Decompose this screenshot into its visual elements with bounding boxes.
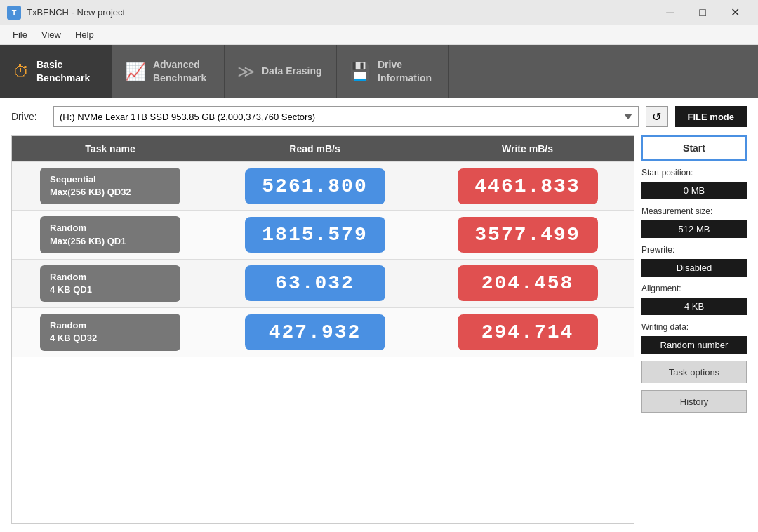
app-icon: T [7, 6, 21, 20]
read-value-3: 427.932 [245, 314, 385, 350]
measurement-size-label: Measurement size: [641, 206, 747, 216]
drive-select[interactable]: (H:) NVMe Lexar 1TB SSD 953.85 GB (2,000… [53, 106, 639, 127]
benchmark-table: Task name Read mB/s Write mB/s Sequentia… [11, 135, 634, 524]
writing-data-label: Writing data: [641, 322, 747, 332]
table-header: Task name Read mB/s Write mB/s [12, 136, 634, 161]
table-row: Random4 KB QD32 427.932 294.714 [12, 307, 634, 356]
close-button[interactable]: ✕ [719, 0, 751, 25]
benchmark-container: Task name Read mB/s Write mB/s Sequentia… [11, 135, 747, 524]
tab-erasing-label: Data Erasing [262, 65, 322, 77]
refresh-button[interactable]: ↺ [646, 106, 668, 127]
task-name-cell-0: SequentialMax(256 KB) QD32 [12, 162, 208, 210]
task-name-1: RandomMax(256 KB) QD1 [40, 216, 180, 253]
alignment-value: 4 KB [641, 298, 747, 315]
tab-bar: ⏱ BasicBenchmark 📈 AdvancedBenchmark ≫ D… [0, 45, 758, 98]
read-value-1: 1815.579 [245, 217, 385, 253]
menu-file[interactable]: File [6, 27, 34, 43]
tab-basic-label: BasicBenchmark [36, 58, 90, 84]
task-options-button[interactable]: Task options [641, 361, 747, 383]
basic-benchmark-icon: ⏱ [13, 62, 29, 81]
prewrite-label: Prewrite: [641, 245, 747, 255]
maximize-button[interactable]: □ [686, 0, 719, 25]
read-value-0: 5261.800 [245, 168, 385, 204]
write-value-0: 4461.833 [458, 168, 598, 204]
prewrite-value: Disabled [641, 259, 747, 277]
write-cell-3: 294.714 [421, 308, 634, 356]
write-cell-1: 3577.499 [421, 211, 634, 258]
advanced-benchmark-icon: 📈 [125, 62, 146, 81]
measurement-size-value: 512 MB [641, 220, 747, 238]
tab-drive-information[interactable]: 💾 DriveInformation [337, 45, 449, 98]
title-bar: T TxBENCH - New project ─ □ ✕ [0, 0, 758, 25]
drive-label: Drive: [11, 111, 46, 122]
task-name-cell-3: Random4 KB QD32 [12, 308, 208, 356]
tab-data-erasing[interactable]: ≫ Data Erasing [225, 45, 337, 98]
header-task: Task name [12, 136, 208, 161]
write-value-3: 294.714 [458, 314, 598, 350]
read-cell-2: 63.032 [208, 260, 421, 307]
drive-info-icon: 💾 [350, 62, 371, 81]
task-name-2: Random4 KB QD1 [40, 265, 180, 302]
file-mode-button[interactable]: FILE mode [675, 106, 747, 127]
task-name-0: SequentialMax(256 KB) QD32 [40, 168, 180, 204]
read-cell-3: 427.932 [208, 308, 421, 356]
data-erasing-icon: ≫ [237, 62, 255, 81]
write-cell-0: 4461.833 [421, 162, 634, 210]
table-row: SequentialMax(256 KB) QD32 5261.800 4461… [12, 161, 634, 210]
write-value-2: 204.458 [458, 265, 598, 301]
table-row: RandomMax(256 KB) QD1 1815.579 3577.499 [12, 210, 634, 258]
read-cell-1: 1815.579 [208, 211, 421, 258]
write-value-1: 3577.499 [458, 217, 598, 253]
main-content: Drive: (H:) NVMe Lexar 1TB SSD 953.85 GB… [0, 98, 758, 532]
right-panel: Start Start position: 0 MB Measurement s… [641, 135, 747, 524]
start-position-value: 0 MB [641, 182, 747, 199]
drive-row: Drive: (H:) NVMe Lexar 1TB SSD 953.85 GB… [11, 106, 747, 127]
header-write: Write mB/s [421, 136, 634, 161]
menu-bar: File View Help [0, 25, 758, 45]
write-cell-2: 204.458 [421, 260, 634, 307]
start-button[interactable]: Start [641, 135, 747, 161]
minimize-button[interactable]: ─ [654, 0, 686, 25]
start-position-label: Start position: [641, 168, 747, 178]
title-bar-text: TxBENCH - New project [27, 7, 654, 18]
tab-advanced-label: AdvancedBenchmark [153, 58, 206, 84]
tab-basic-benchmark[interactable]: ⏱ BasicBenchmark [0, 45, 112, 98]
menu-view[interactable]: View [34, 27, 68, 43]
read-cell-0: 5261.800 [208, 162, 421, 210]
read-value-2: 63.032 [245, 265, 385, 301]
task-name-cell-1: RandomMax(256 KB) QD1 [12, 211, 208, 258]
header-read: Read mB/s [208, 136, 421, 161]
table-row: Random4 KB QD1 63.032 204.458 [12, 259, 634, 307]
window-controls: ─ □ ✕ [654, 0, 751, 25]
task-name-3: Random4 KB QD32 [40, 314, 180, 350]
writing-data-value: Random number [641, 336, 747, 354]
tab-advanced-benchmark[interactable]: 📈 AdvancedBenchmark [112, 45, 225, 98]
menu-help[interactable]: Help [68, 27, 101, 43]
tab-drive-info-label: DriveInformation [378, 58, 432, 84]
alignment-label: Alignment: [641, 284, 747, 293]
history-button[interactable]: History [641, 390, 747, 413]
task-name-cell-2: Random4 KB QD1 [12, 260, 208, 307]
